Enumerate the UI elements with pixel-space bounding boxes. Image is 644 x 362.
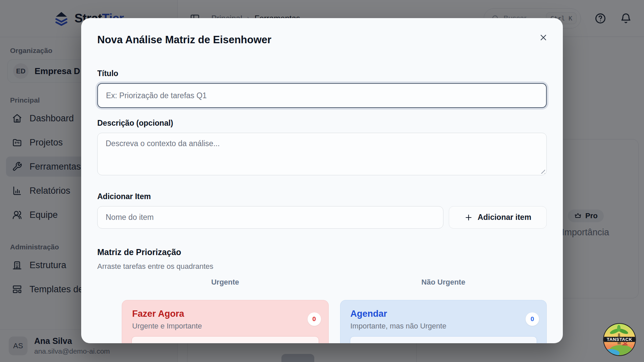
app-screen: StratTier Organização ED Empresa D Princ…	[0, 0, 644, 362]
quadrant-agendar[interactable]: Agendar Importante, mas não Urgente 0	[340, 300, 547, 343]
quadrant-title: Fazer Agora	[132, 308, 318, 319]
item-name-input[interactable]	[97, 206, 443, 229]
quadrant-subtitle: Importante, mas não Urgente	[351, 322, 537, 330]
priority-matrix: Urgente Não Urgente Fazer Agora Urgente …	[122, 278, 547, 343]
quadrant-count-badge: 0	[308, 312, 321, 326]
modal-title: Nova Análise Matriz de Eisenhower	[97, 33, 547, 47]
description-field-label: Descrição (opcional)	[97, 118, 547, 128]
matrix-subtitle: Arraste tarefas entre os quadrantes	[97, 262, 547, 270]
add-item-label: Adicionar Item	[97, 192, 547, 201]
quadrant-drop-zone[interactable]	[131, 336, 319, 343]
quadrant-count-badge: 0	[526, 312, 539, 326]
description-textarea[interactable]	[97, 133, 547, 175]
quadrant-subtitle: Urgente e Importante	[132, 322, 318, 330]
title-input[interactable]	[97, 83, 547, 108]
title-field-label: Título	[97, 69, 547, 78]
column-header-urgente: Urgente	[122, 278, 329, 287]
add-item-button[interactable]: Adicionar item	[449, 206, 547, 229]
quadrant-title: Agendar	[351, 308, 537, 319]
quadrant-fazer-agora[interactable]: Fazer Agora Urgente e Importante 0	[122, 300, 329, 343]
new-analysis-modal: Nova Análise Matriz de Eisenhower Título…	[81, 18, 563, 343]
quadrant-drop-zone[interactable]	[350, 336, 537, 343]
tanstack-label: TANSTACK	[607, 337, 632, 342]
plus-icon	[464, 213, 473, 222]
add-item-button-label: Adicionar item	[478, 213, 531, 222]
matrix-title: Matriz de Priorização	[97, 247, 547, 257]
tanstack-devtools-button[interactable]: TANSTACK	[602, 322, 637, 357]
close-icon[interactable]	[537, 32, 549, 44]
column-header-nao-urgente: Não Urgente	[340, 278, 547, 287]
